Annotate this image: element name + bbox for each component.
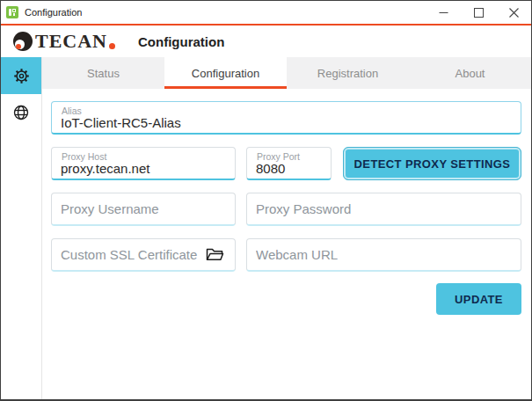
proxy-username-input[interactable] — [52, 193, 235, 224]
detect-proxy-settings-button[interactable]: DETECT PROXY SETTINGS — [343, 147, 521, 180]
ssl-certificate-field-container — [51, 238, 236, 272]
tab-registration[interactable]: Registration — [287, 57, 409, 89]
close-button[interactable] — [496, 1, 531, 24]
minimize-icon — [439, 8, 448, 18]
tab-status[interactable]: Status — [42, 57, 164, 89]
proxy-host-input[interactable] — [52, 148, 235, 179]
sidebar-item-network[interactable] — [1, 94, 41, 131]
alias-input[interactable] — [52, 102, 521, 133]
folder-open-icon — [206, 247, 224, 262]
tab-about[interactable]: About — [409, 57, 531, 89]
maximize-button[interactable] — [461, 1, 496, 24]
update-button[interactable]: UPDATE — [436, 283, 521, 315]
tab-configuration[interactable]: Configuration — [164, 57, 287, 89]
title-bar: Configuration — [1, 1, 531, 24]
sidebar — [1, 57, 42, 399]
alias-field-container: Alias — [51, 101, 521, 135]
browse-certificate-button[interactable] — [204, 245, 226, 264]
brand-period — [109, 43, 115, 49]
window-title: Configuration — [25, 7, 426, 18]
gear-icon — [12, 67, 31, 85]
brand-name: TECAN — [35, 32, 107, 51]
app-window: Configuration TECAN Configuration — [0, 0, 532, 401]
proxy-host-field-container: Proxy Host — [51, 147, 236, 180]
proxy-username-field-container — [51, 193, 236, 226]
maximize-icon — [474, 8, 484, 18]
proxy-port-field-container: Proxy Port — [246, 147, 332, 180]
tab-bar: Status Configuration Registration About — [42, 57, 531, 89]
tecan-logo-icon — [13, 32, 33, 51]
page-title: Configuration — [138, 34, 224, 49]
webcam-url-field-container — [246, 238, 521, 272]
app-icon — [6, 6, 18, 18]
app-header: TECAN Configuration — [1, 26, 531, 57]
webcam-url-input[interactable] — [247, 239, 521, 270]
configuration-form: Alias Proxy Host Proxy Port DETECT PROXY… — [42, 89, 531, 399]
proxy-password-input[interactable] — [247, 193, 521, 224]
window-controls — [426, 1, 531, 24]
tecan-logo: TECAN — [13, 32, 115, 51]
globe-icon — [12, 104, 30, 121]
sidebar-item-settings[interactable] — [1, 57, 41, 94]
close-icon — [509, 8, 519, 18]
proxy-port-input[interactable] — [247, 148, 331, 179]
proxy-password-field-container — [246, 193, 521, 226]
minimize-button[interactable] — [426, 1, 461, 24]
